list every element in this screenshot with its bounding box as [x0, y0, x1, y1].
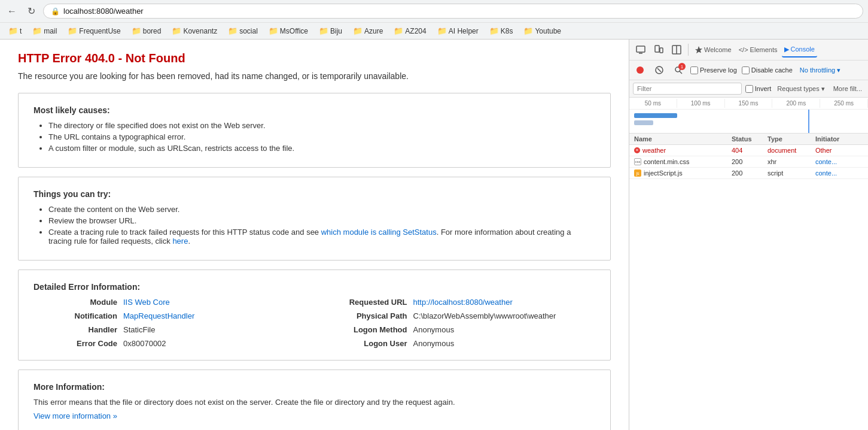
logon-method-label: Logon Method [312, 325, 407, 334]
folder-icon: 📁 [523, 26, 533, 35]
info-table: Module IIS Web Core Requested URL http:/… [33, 298, 595, 348]
more-filters-label: More filt... [833, 85, 862, 92]
request-types-button[interactable]: Request types ▾ [775, 84, 827, 94]
bookmark-k8s[interactable]: 📁 K8s [486, 25, 517, 37]
throttling-label: No throttling [800, 66, 835, 74]
timeline-area: 50 ms 100 ms 150 ms 200 ms 250 ms [629, 98, 868, 134]
col-status: Status [732, 135, 768, 143]
preserve-log-label: Preserve log [700, 66, 737, 74]
bookmark-t[interactable]: 📁 t [5, 25, 25, 37]
filter-input[interactable] [633, 83, 742, 95]
dock-side-button[interactable] [669, 42, 684, 57]
folder-icon: 📁 [228, 26, 237, 35]
folder-icon: 📁 [8, 26, 18, 35]
network-row[interactable]: js injectScript.js 200 script conte... [629, 168, 868, 179]
disable-cache-input[interactable] [742, 66, 750, 74]
navigation-bar: ← ↻ 🔒 localhost:8080/weather [0, 0, 868, 22]
bookmark-msoffice[interactable]: 📁 MsOffice [265, 25, 312, 37]
svg-rect-3 [660, 48, 663, 53]
timeline-marker [808, 110, 809, 134]
notification-label: Notification [33, 311, 117, 320]
svg-point-6 [636, 66, 644, 74]
bookmark-youtube[interactable]: 📁 Youtube [520, 25, 565, 37]
clear-button[interactable] [652, 63, 666, 77]
throttling-dropdown-icon: ▾ [837, 66, 840, 74]
folder-icon: 📁 [394, 26, 403, 35]
bookmark-kovenantz[interactable]: 📁 Kovenantz [168, 25, 221, 37]
more-filters-button[interactable]: More filt... [831, 84, 864, 93]
screencast-button[interactable] [633, 42, 648, 57]
address-bar[interactable]: 🔒 localhost:8080/weather [43, 4, 863, 19]
preserve-log-input[interactable] [690, 66, 698, 74]
throttling-button[interactable]: No throttling ▾ [797, 65, 843, 75]
col-type: Type [768, 135, 815, 143]
logon-user-value: Anonymous [413, 339, 596, 348]
detailed-section: Detailed Error Information: Module IIS W… [18, 269, 611, 361]
try-section: Things you can try: Create the content o… [18, 177, 611, 261]
bookmark-az204[interactable]: 📁 AZ204 [390, 25, 430, 37]
row-status: 404 [732, 147, 768, 154]
svg-line-8 [657, 68, 661, 72]
row-name: content.min.css [644, 158, 689, 165]
causes-list: The directory or file specified does not… [48, 121, 595, 153]
devtools-filter: Invert Request types ▾ More filt... [629, 80, 868, 98]
bookmark-social[interactable]: 📁 social [224, 25, 261, 37]
row-status: 200 [732, 169, 768, 177]
back-button[interactable]: ← [5, 4, 19, 19]
timeline-bar-1 [634, 113, 677, 118]
folder-icon: 📁 [437, 26, 447, 35]
record-button[interactable] [633, 63, 647, 77]
elements-label: </> Elements [739, 46, 778, 53]
bookmark-mail[interactable]: 📁 mail [29, 25, 60, 37]
elements-button[interactable]: </> Elements [736, 42, 780, 57]
invert-input[interactable] [745, 85, 753, 93]
timeline-tick-4: 200 ms [772, 99, 820, 108]
console-button[interactable]: ▶ Console [782, 42, 817, 57]
folder-icon: 📁 [132, 26, 141, 35]
welcome-label: Welcome [704, 46, 732, 53]
timeline-tick-1: 50 ms [629, 99, 677, 108]
folder-icon: 📁 [68, 26, 77, 35]
row-initiator: Other [815, 147, 863, 154]
css-file-icon: css [634, 158, 641, 165]
network-row[interactable]: ✕ weather 404 document Other [629, 145, 868, 156]
bookmark-label: Biju [330, 27, 342, 35]
bookmark-biju[interactable]: 📁 Biju [315, 25, 346, 37]
row-name: weather [642, 147, 666, 154]
disable-cache-label: Disable cache [751, 66, 793, 74]
network-row[interactable]: css content.min.css 200 xhr conte... [629, 156, 868, 168]
row-status: 200 [732, 158, 768, 165]
here-link[interactable]: here [172, 237, 188, 246]
view-more-link[interactable]: View more information » [33, 411, 117, 420]
timeline-header: 50 ms 100 ms 150 ms 200 ms 250 ms [629, 98, 868, 110]
preserve-log-checkbox[interactable]: Preserve log [690, 66, 737, 74]
network-table: Name Status Type Initiator ✕ weather 404… [629, 134, 868, 430]
bookmark-ai-helper[interactable]: 📁 AI Helper [434, 25, 482, 37]
cause-item: A custom filter or module, such as URLSc… [48, 144, 595, 153]
requested-url-label: Requested URL [312, 298, 407, 307]
row-initiator: conte... [815, 158, 863, 165]
invert-label: Invert [755, 85, 772, 92]
cause-item: The directory or file specified does not… [48, 121, 595, 130]
bookmark-frequentuse[interactable]: 📁 FrequentUse [64, 25, 124, 37]
cause-item: The URL contains a typographical error. [48, 132, 595, 141]
bookmark-bored[interactable]: 📁 bored [128, 25, 165, 37]
disable-cache-checkbox[interactable]: Disable cache [742, 66, 793, 74]
request-types-label: Request types ▾ [777, 85, 824, 92]
bookmark-azure[interactable]: 📁 Azure [349, 25, 386, 37]
try-item: Create the content on the Web server. [48, 205, 595, 214]
refresh-button[interactable]: ↻ [24, 4, 38, 19]
console-label: Console [790, 46, 814, 53]
bookmark-label: AI Helper [449, 27, 479, 35]
timeline-bar-2 [634, 120, 653, 125]
more-info-text: This error means that the file or direct… [33, 398, 595, 407]
device-mode-button[interactable] [651, 42, 666, 57]
row-name-cell: css content.min.css [634, 158, 732, 165]
filter-button[interactable]: 1 [671, 63, 686, 77]
row-name: injectScript.js [644, 169, 683, 177]
welcome-button[interactable]: Welcome [692, 42, 734, 57]
row-name-cell: js injectScript.js [634, 169, 732, 177]
invert-checkbox[interactable]: Invert [745, 85, 772, 93]
bookmark-label: social [239, 27, 258, 35]
timeline-tick-2: 100 ms [677, 99, 725, 108]
